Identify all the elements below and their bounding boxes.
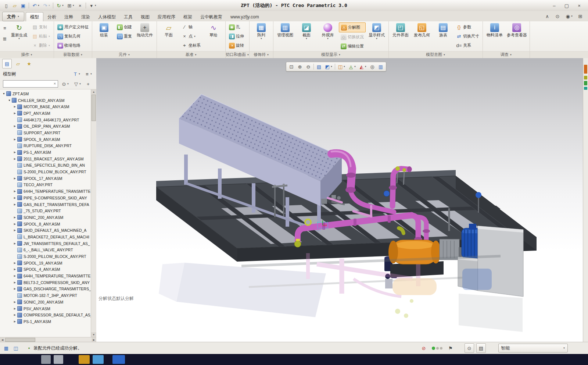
expand-arrow-icon[interactable]: ▶ [13,242,17,245]
point-button[interactable]: ×点▼ [180,32,202,41]
ribbon-group-label-investigate[interactable]: 调查▼ [483,51,530,58]
new-file-button[interactable]: ▯ [2,1,10,10]
expand-arrow-icon[interactable]: ▶ [13,105,17,108]
tree-item[interactable]: RUPTURE_DISK_ANY.PRT [0,143,91,149]
ribbon-group-label-modifiers[interactable]: 修饰符▼ [250,51,273,58]
model-events-button[interactable]: ≡ [1,23,8,33]
close-window-button[interactable]: × [76,1,84,10]
tree-item[interactable]: S-2000_PILLOW_BLOCK_ANY.PRT [0,253,91,260]
tree-item[interactable]: ▼ZPT.ASM [0,91,91,97]
flag-icon[interactable]: ⚑ [446,344,455,352]
expand-all-button[interactable]: + [84,80,92,88]
sketch-button[interactable]: ∿草绘 [203,22,224,38]
tree-item[interactable]: ▶SPOOL_4_ANY.ASM [0,266,91,273]
toggle-status-button[interactable]: ◇切换状况 [339,32,366,42]
expand-arrow-icon[interactable]: ▶ [13,229,17,232]
extrude-button[interactable]: ◨拉伸 [227,32,246,41]
tree-item[interactable]: ▶SPOOL_8_ANY.ASM [0,221,91,227]
reference-viewer-button[interactable]: ◎参考查看器 [506,22,528,38]
tree-item[interactable]: ▶PS-1_ANY.ASM [0,318,91,325]
regenerate-quick-button[interactable]: ↻▼ [55,1,65,10]
publish-geometry-button[interactable]: ◱发布几何 [412,22,432,38]
tree-item[interactable]: ▶SONIC_200_ANY.ASM [0,299,91,305]
delete-button[interactable]: ×删除▼ [30,41,52,50]
expand-arrow-icon[interactable]: ▶ [13,307,17,310]
tree-settings-button[interactable]: ≡▼ [83,70,93,78]
expand-arrow-icon[interactable]: ▶ [13,203,17,206]
tree-item[interactable]: ▶2011_BRACKET_ASSY_ANY.ASM [0,156,91,162]
collapse-arrow-icon[interactable]: ▼ [7,99,11,102]
expand-arrow-icon[interactable]: ▶ [13,138,17,141]
minimize-ribbon-button[interactable]: ∧ [543,12,551,20]
restore-button[interactable]: ▢ [561,1,573,10]
annotation-display-button[interactable]: ◭▼ [358,63,368,71]
close-button[interactable]: × [573,1,585,10]
collapse-arrow-icon[interactable]: ▼ [2,92,6,95]
drag-component-button[interactable]: +拖动元件 [135,22,155,38]
ribbon-group-label-get-data[interactable]: 获取数据▼ [54,51,92,58]
toggle-browser-button[interactable]: ◫ [11,344,20,352]
datum-display-filters-button[interactable]: ◬▼ [347,63,357,71]
expand-arrow-icon[interactable]: ▶ [13,190,17,193]
tree-item[interactable]: ▶OIL_DRIP_PAN_ANY.ASM [0,123,91,130]
edit-position-button[interactable]: ⇄编辑位置 [339,42,366,51]
stop-icon[interactable]: ⊘ [419,344,428,352]
tree-item[interactable]: ▶MOTOR_BASE_ANY.ASM [0,103,91,110]
regenerate-button[interactable]: ↻重新生成▼ [9,22,29,40]
tree-item[interactable]: ▶SKID_DEFAULT_AS_MACHINED_A [0,227,91,234]
expand-arrow-icon[interactable]: ▶ [13,151,17,154]
component-interface-button[interactable]: ◰元件界面 [390,22,411,38]
switch-dimensions-button[interactable]: ⇄切换尺寸 [454,32,481,41]
ribbon-group-label-component[interactable]: 元件▼ [92,51,157,58]
hole-button[interactable]: ◉孔 [227,22,246,32]
expand-arrow-icon[interactable]: ▶ [13,281,17,284]
tree-item[interactable]: ▶DPT_ANY.ASM [0,110,91,117]
window-layout-button[interactable]: ⊞ [576,12,584,20]
explode-view-button[interactable]: ◬分解图 [339,22,366,32]
expand-arrow-icon[interactable]: ▶ [13,157,17,160]
expand-arrow-icon[interactable]: ▶ [13,313,17,316]
tree-item[interactable]: ▶644H_TEMPERATURE_TRANSMITTE [0,273,91,279]
bom-button[interactable]: i物料清单 [484,22,505,38]
tree-item[interactable]: ▼CHILLER_SKID_ANY.ASM [0,97,91,104]
tab-framework[interactable]: 框架 [179,13,196,21]
find-command-button[interactable]: ⊙ [553,12,562,20]
scrollbar-thumb[interactable] [5,338,35,342]
windows-button[interactable]: ⊞▼ [65,1,76,10]
tree-item[interactable]: ▶SPOOL_19_ANY.ASM [0,260,91,266]
tree-item[interactable]: 6_-_BALL_VALVE_ANY.PRT [0,247,91,254]
tab-tools[interactable]: 工具 [120,13,137,21]
display-style-viewport-button[interactable]: ◩▼ [323,63,334,71]
graphics-scrollbar[interactable] [583,58,588,342]
display-style-button[interactable]: ◩显示样式▼ [366,22,387,40]
expand-arrow-icon[interactable]: ▶ [13,216,17,219]
revolve-button[interactable]: ◑旋转 [227,41,246,50]
family-table-button[interactable]: ▤族表 [433,22,453,38]
relations-button[interactable]: d=关系 [454,41,481,50]
message-log-button[interactable]: ▤ [476,343,486,353]
expand-arrow-icon[interactable]: ▶ [13,262,17,265]
ribbon-group-label-operations[interactable]: 操作▼ [0,51,54,58]
tree-item[interactable]: SUPPORT_ANY.PRT [0,130,91,136]
tree-item[interactable]: ▶BELT3-2_COMPRESSOR_SKID_ANY [0,279,91,286]
refit-button[interactable]: ⊡ [287,63,295,71]
tree-item[interactable]: LINE_SPECTICLE_BLIND_8IN_AN [0,162,91,169]
repeat-button[interactable]: ◫重复 [115,32,134,41]
tree-item[interactable]: ▶SPOOL_17_ANY.ASM [0,175,91,182]
model-tree-tab-button[interactable]: ▤ [2,59,12,68]
tree-filter-button[interactable]: ▽▼ [72,80,82,88]
tree-item[interactable]: ▶COMPRESSOR_BASE_DEFAULT_AS_ [0,312,91,318]
pattern-button[interactable]: ▦阵列▼ [251,22,272,40]
search-input[interactable] [3,81,58,87]
copy-geometry-button[interactable]: ◳复制几何 [55,32,90,41]
expand-arrow-icon[interactable]: ▶ [13,177,17,180]
tree-item[interactable]: ▶PIPE_9-COMPRESSOR_SKID_ANY [0,195,91,201]
selection-filter-combo[interactable]: 智能 ▼ [498,344,568,352]
tree-item[interactable]: MOTOR-182-T_3HP_ANY.PRT [0,292,91,299]
repaint-button[interactable]: ▧ [315,63,323,71]
taskbar-item[interactable] [112,355,125,364]
scrollbar-thumb[interactable] [92,95,96,121]
spin-center-button[interactable]: ◎ [368,63,376,71]
view-manager-button[interactable]: ▥ [377,63,385,71]
minimize-button[interactable]: – [548,1,560,10]
